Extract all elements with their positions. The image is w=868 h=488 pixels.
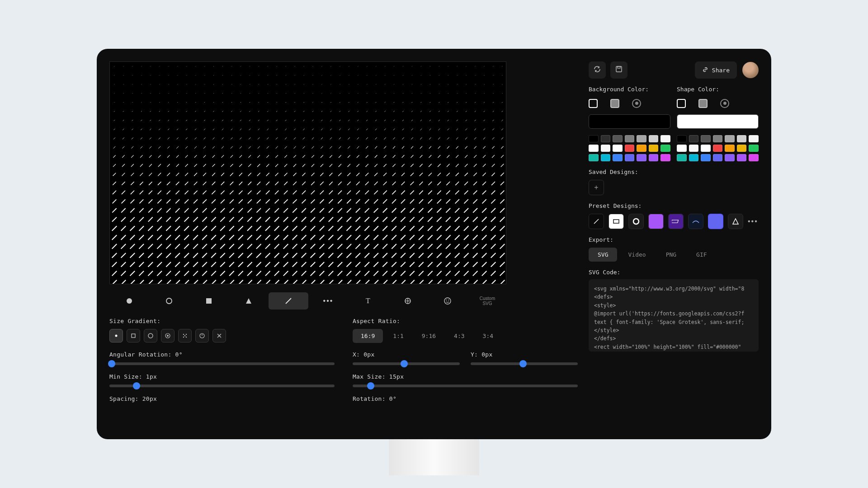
share-button[interactable]: Share [695, 61, 737, 79]
color-chip[interactable] [649, 135, 659, 142]
color-chip[interactable] [613, 135, 623, 142]
color-chip[interactable] [725, 135, 735, 142]
color-chip[interactable] [637, 135, 646, 142]
color-chip[interactable] [677, 145, 687, 152]
aspect-4-3[interactable]: 4:3 [446, 329, 472, 343]
aspect-9-16[interactable]: 9:16 [414, 329, 444, 343]
gradient-clock[interactable] [195, 329, 209, 343]
color-chip[interactable] [660, 135, 670, 142]
shape-color-preview[interactable] [677, 114, 759, 129]
color-chip[interactable] [749, 154, 759, 161]
shape-custom-svg[interactable]: Custom SVG [467, 292, 507, 310]
color-chip[interactable] [725, 154, 735, 161]
color-chip[interactable] [701, 145, 711, 152]
angular-rotation-slider[interactable] [109, 362, 335, 365]
svg-line-273 [195, 120, 196, 121]
gradient-target[interactable] [161, 329, 175, 343]
color-chip[interactable] [725, 145, 735, 152]
preset-ring[interactable] [628, 214, 644, 229]
preset-deep-purple[interactable] [668, 214, 684, 229]
shape-triangle[interactable] [229, 292, 269, 310]
color-chip[interactable] [601, 154, 611, 161]
color-chip[interactable] [589, 135, 599, 142]
color-chip[interactable] [601, 145, 611, 152]
color-chip[interactable] [625, 135, 635, 142]
color-chip[interactable] [649, 145, 659, 152]
color-chip[interactable] [649, 154, 659, 161]
save-button[interactable] [610, 61, 627, 79]
y-offset-slider[interactable] [471, 362, 578, 365]
color-chip[interactable] [613, 145, 623, 152]
preset-dark-wave[interactable] [688, 214, 703, 229]
add-saved-design[interactable]: + [589, 180, 604, 195]
color-chip[interactable] [701, 154, 711, 161]
gradient-ring[interactable] [144, 329, 157, 343]
aspect-3-4[interactable]: 3:4 [475, 329, 501, 343]
color-chip[interactable] [625, 154, 635, 161]
refresh-button[interactable] [589, 61, 606, 79]
bg-mode-radial[interactable] [632, 99, 641, 108]
x-offset-slider[interactable] [353, 362, 460, 365]
color-chip[interactable] [713, 135, 723, 142]
color-chip[interactable] [660, 154, 670, 161]
max-size-slider[interactable] [353, 385, 578, 387]
color-chip[interactable] [689, 135, 699, 142]
gradient-radial-out[interactable] [109, 329, 123, 343]
preset-purple-sphere[interactable] [648, 214, 664, 229]
shape-circle-outline[interactable] [149, 292, 189, 310]
shape-mode-gradient[interactable] [698, 99, 708, 108]
color-chip[interactable] [749, 135, 759, 142]
bg-mode-solid[interactable] [589, 99, 598, 108]
color-chip[interactable] [637, 145, 646, 152]
aspect-1-1[interactable]: 1:1 [385, 329, 411, 343]
shape-mode-solid[interactable] [677, 99, 686, 108]
shape-crosshair[interactable] [388, 292, 428, 310]
color-chip[interactable] [689, 154, 699, 161]
svg-line-27 [358, 66, 358, 67]
color-chip[interactable] [660, 145, 670, 152]
preset-triangle[interactable] [728, 214, 743, 229]
color-chip[interactable] [625, 145, 635, 152]
gradient-none[interactable] [212, 329, 226, 343]
svg-line-744 [473, 208, 477, 213]
min-size-slider[interactable] [109, 385, 335, 387]
preset-more[interactable]: ••• [748, 217, 758, 225]
preset-indigo[interactable] [708, 214, 723, 229]
shape-square[interactable] [189, 292, 229, 310]
color-chip[interactable] [701, 135, 711, 142]
color-chip[interactable] [737, 135, 747, 142]
color-chip[interactable] [589, 154, 599, 161]
color-chip[interactable] [749, 145, 759, 152]
color-chip[interactable] [737, 145, 747, 152]
preset-outline[interactable] [609, 214, 624, 229]
export-tab-png[interactable]: PNG [657, 248, 685, 262]
user-avatar[interactable] [742, 62, 759, 78]
bg-mode-gradient[interactable] [610, 99, 619, 108]
svg-line-73 [376, 75, 376, 76]
color-chip[interactable] [677, 135, 687, 142]
shape-mode-radial[interactable] [720, 99, 729, 108]
export-tab-gif[interactable]: GIF [687, 248, 716, 262]
color-chip[interactable] [637, 154, 646, 161]
shape-smiley[interactable] [428, 292, 467, 310]
svg-code-output[interactable]: <svg xmlns="http://www.w3.org/2000/svg" … [589, 279, 759, 352]
color-chip[interactable] [689, 145, 699, 152]
aspect-16-9[interactable]: 16:9 [353, 329, 383, 343]
shape-text[interactable]: T [348, 292, 388, 310]
gradient-scatter[interactable] [178, 329, 192, 343]
color-chip[interactable] [737, 154, 747, 161]
color-chip[interactable] [601, 135, 611, 142]
color-chip[interactable] [613, 154, 623, 161]
preset-diagonal-line[interactable] [589, 214, 604, 229]
export-tab-svg[interactable]: SVG [589, 248, 617, 262]
gradient-square[interactable] [127, 329, 140, 343]
shape-line[interactable] [269, 292, 308, 310]
export-tab-video[interactable]: Video [619, 248, 655, 262]
shape-dots[interactable]: ••• [308, 292, 348, 310]
background-color-preview[interactable] [589, 114, 670, 129]
color-chip[interactable] [677, 154, 687, 161]
color-chip[interactable] [713, 145, 723, 152]
color-chip[interactable] [713, 154, 723, 161]
color-chip[interactable] [589, 145, 599, 152]
shape-circle-filled[interactable] [109, 292, 149, 310]
